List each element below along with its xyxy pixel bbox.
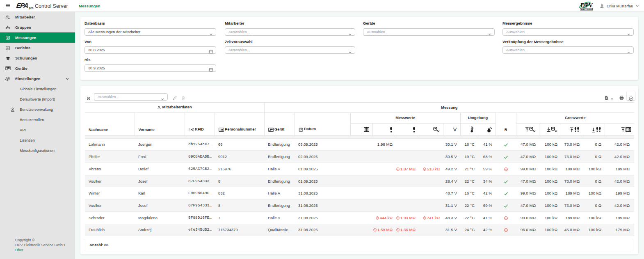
svg-text:DPV: DPV bbox=[581, 2, 593, 9]
svg-text:ELEKTRONIK: ELEKTRONIK bbox=[581, 8, 592, 10]
